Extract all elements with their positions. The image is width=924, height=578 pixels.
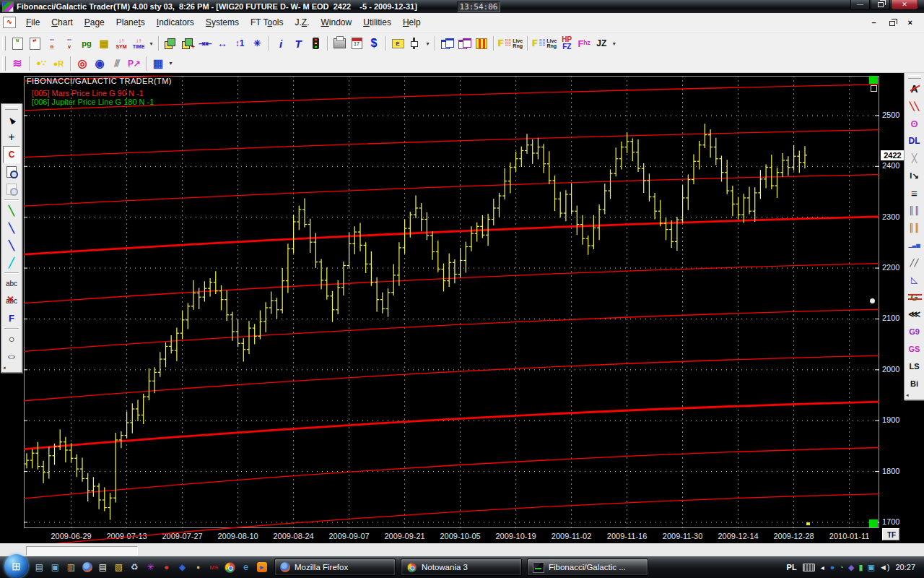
bar-style-button[interactable] [406, 35, 424, 52]
info-button[interactable]: i [272, 35, 289, 52]
taskbar-button-fibonacci[interactable]: Fibonacci/Galactic ... [527, 558, 648, 576]
f-live-range-red-button[interactable]: F⠿⠿⠛⠛LiveRng [497, 35, 524, 52]
fan-arrows-tool[interactable]: ⋘ [906, 306, 923, 323]
ls-tool[interactable]: LS [906, 358, 923, 375]
minimize-button[interactable]: — [850, 0, 870, 10]
ephemeris-table-button[interactable]: ▦ [149, 55, 167, 72]
timeframe-button[interactable]: TF [882, 528, 899, 540]
page-button[interactable]: pg [78, 35, 95, 52]
palette-grip[interactable] [908, 75, 921, 79]
planet-p-button[interactable]: P↗ [126, 55, 143, 72]
toolbar-grip[interactable] [2, 56, 6, 71]
tray-scheduler-icon[interactable]: ◔ [839, 564, 844, 571]
palette-grip[interactable] [5, 106, 18, 110]
tray-power-icon[interactable]: ▮ [858, 564, 863, 571]
planet-line-button[interactable]: ●∵ [32, 55, 50, 72]
ms-app-icon[interactable]: MS [206, 559, 222, 575]
chart-window-icon[interactable]: ∿ [3, 17, 16, 28]
language-indicator[interactable]: PL [787, 563, 797, 571]
start-button[interactable]: ⊞ [4, 554, 28, 578]
save-drive-icon[interactable]: ▥ [64, 559, 79, 575]
ephemeris-dropdown[interactable]: ▾ [167, 55, 175, 72]
new-chart-button[interactable]: N [9, 35, 26, 52]
delete-text-tool[interactable]: abc [3, 292, 20, 309]
jz-button[interactable]: JZ [593, 35, 610, 52]
g9-tool[interactable]: G9 [906, 323, 923, 340]
astro-a-tool[interactable]: A [906, 80, 923, 98]
cycle-circles-tool[interactable]: ʘ [906, 115, 923, 132]
scale-n-button[interactable]: ʹʹʹn [43, 35, 61, 52]
tile-windows-purple-button[interactable] [456, 35, 473, 52]
circle-tool[interactable]: ○ [3, 330, 20, 348]
pencil-tool[interactable]: ╱ [3, 254, 20, 271]
menu-chart[interactable]: Chart [45, 14, 78, 30]
chrome-icon[interactable] [222, 559, 237, 575]
collapse-left-palette[interactable]: ◂ [3, 365, 6, 371]
restore-button[interactable] [871, 0, 890, 10]
mini-bars-tool[interactable]: ▁▃▅ [906, 236, 923, 254]
menu-indicators[interactable]: Indicators [151, 14, 200, 30]
crosshair-tool[interactable]: + [3, 129, 20, 146]
zoom-in-tool[interactable] [3, 163, 20, 181]
jz-dropdown[interactable]: ▾ [610, 35, 618, 52]
recycle-bin-icon[interactable]: ♻ [127, 559, 142, 575]
center-button[interactable]: ✳ [248, 35, 266, 52]
expand-time-button[interactable]: ↔ [214, 35, 231, 52]
dl-tool[interactable]: DL [906, 132, 923, 150]
color-grid-button[interactable] [473, 35, 490, 52]
dollar-button[interactable]: $ [365, 35, 383, 52]
signals-button[interactable] [307, 35, 324, 52]
cross-lines-tool[interactable]: ╳ [906, 150, 923, 167]
planet-retro-button[interactable]: ●R [50, 55, 67, 72]
child-close-button[interactable]: × [904, 17, 917, 27]
menu-window[interactable]: Window [315, 14, 358, 30]
zoom-out-tool[interactable] [3, 181, 20, 198]
quote-grid-button[interactable]: ▦ [95, 35, 113, 52]
time-step-button[interactable]: ↓↑TIME [130, 35, 147, 52]
toolbar-grip[interactable] [2, 36, 6, 51]
fhz-button[interactable]: Fʰᶻ [575, 35, 593, 52]
h-lines-tool[interactable]: ≡ [906, 184, 923, 202]
menu-utilities[interactable]: Utilities [357, 14, 397, 30]
media-player-icon[interactable]: ▸ [254, 559, 269, 575]
pointer-tool[interactable]: ▲ [3, 111, 20, 129]
switch-windows-icon[interactable]: ▣ [48, 559, 63, 575]
tray-network-icon[interactable]: ▣ [868, 564, 875, 571]
menu-help[interactable]: Help [397, 14, 427, 30]
taskbar-button-firefox[interactable]: Mozilla Firefox [274, 558, 396, 576]
menu-page[interactable]: Page [79, 14, 110, 30]
menu-file[interactable]: File [20, 14, 45, 30]
blue-line-tool[interactable]: ╲ [3, 219, 20, 236]
scroll-bottom-handle[interactable] [869, 519, 878, 527]
firefox-icon[interactable] [79, 559, 95, 575]
scroll-top-marker[interactable] [871, 85, 877, 92]
keyboard-icon[interactable] [803, 564, 815, 571]
scroll-top-handle[interactable] [869, 76, 878, 84]
child-restore-button[interactable] [889, 21, 895, 26]
collapse-right-palette[interactable]: ◂ [906, 392, 909, 398]
orbit-button[interactable]: ◉ [91, 55, 108, 72]
tile-pages-button[interactable] [162, 35, 179, 52]
angles-button[interactable]: ⫻ [108, 55, 126, 72]
open-chart-button[interactable]: ⇄ [26, 35, 43, 52]
price-chart[interactable]: 2009-06-292009-07-132009-07-272009-08-10… [24, 76, 879, 544]
tray-volume-icon[interactable]: ◄) [879, 564, 890, 571]
green-line-tool[interactable]: ╲ [3, 202, 20, 219]
menu-planets[interactable]: Planets [110, 14, 151, 30]
v-lines-red-tool[interactable]: ║║ [906, 219, 923, 236]
gann-g-tool[interactable]: G [906, 288, 923, 306]
compress-time-button[interactable]: ⇥⇤ [196, 35, 214, 52]
calendar-button[interactable]: 17 [348, 35, 365, 52]
text-label-tool[interactable]: abc [3, 275, 20, 292]
text-button[interactable]: T [289, 35, 307, 52]
taskbar-button-notowania[interactable]: Notowania 3 [401, 558, 522, 576]
measure-button[interactable]: E [389, 35, 406, 52]
security-app-icon[interactable]: ● [159, 559, 174, 575]
ellipse-tool[interactable]: ○ [3, 348, 20, 365]
biorhythm-button[interactable]: ≋ [9, 55, 26, 72]
trend-pens-tool[interactable]: ╲╲ [906, 98, 923, 115]
tray-app-blue-icon[interactable]: ● [830, 564, 835, 571]
i-trend-tool[interactable]: I↘ [906, 167, 923, 184]
fibonacci-tool[interactable]: F [3, 309, 20, 327]
symbol-step-button[interactable]: ↓↑SYM [113, 35, 130, 52]
